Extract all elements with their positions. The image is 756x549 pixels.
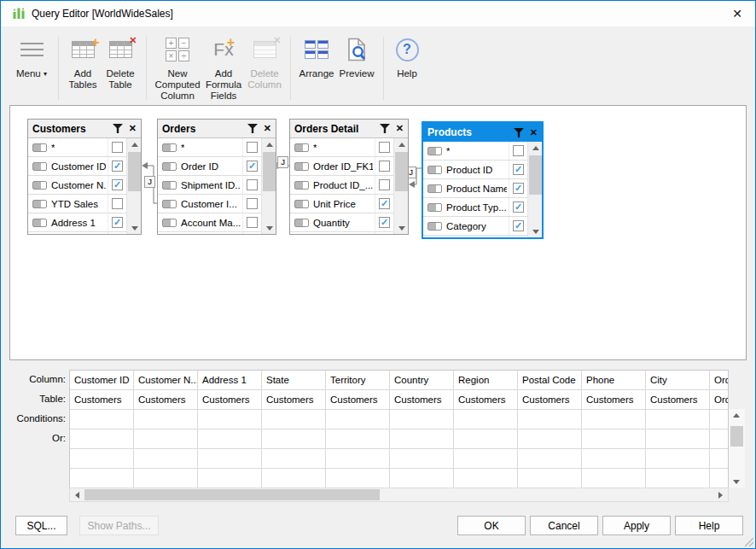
table-panel-orders-detail[interactable]: Orders Detail * Order ID_FK1 xyxy=(289,119,409,235)
field-row[interactable]: Address 1 ✓ xyxy=(28,213,126,232)
grid-column-cell[interactable]: Region xyxy=(454,371,518,389)
window-close-icon[interactable]: ✕ xyxy=(719,1,755,26)
grid-column-cell[interactable]: Territory xyxy=(326,371,390,389)
field-row[interactable]: * xyxy=(290,138,393,157)
query-canvas[interactable]: J J J Customers * Customer ID xyxy=(9,105,747,360)
scroll-up-icon[interactable] xyxy=(528,142,542,154)
field-checkbox[interactable]: ✓ xyxy=(513,164,524,175)
grid-table-cell[interactable]: Customers xyxy=(134,390,198,409)
table-panel-customers[interactable]: Customers * Customer ID ✓ xyxy=(27,119,142,235)
grid-empty-row[interactable] xyxy=(70,449,728,469)
field-row[interactable]: Shipment ID... xyxy=(158,176,261,195)
scroll-up-icon[interactable] xyxy=(262,138,276,150)
sql-button[interactable]: SQL... xyxy=(15,516,67,535)
field-row[interactable]: Category ✓ xyxy=(423,217,527,236)
ok-button[interactable]: OK xyxy=(457,516,526,535)
field-row-partial[interactable] xyxy=(290,232,393,234)
grid-column-cell[interactable]: Phone xyxy=(582,371,646,389)
cancel-button[interactable]: Cancel xyxy=(530,516,598,535)
apply-button[interactable]: Apply xyxy=(602,516,671,535)
grid-horizontal-scrollbar[interactable] xyxy=(69,488,729,502)
scroll-thumb[interactable] xyxy=(395,152,408,191)
grid-column-cell[interactable]: Customer ID xyxy=(70,371,134,389)
panel-header[interactable]: Orders Detail xyxy=(290,120,408,138)
grid-column-cell[interactable]: Order xyxy=(710,371,728,389)
field-row-partial[interactable] xyxy=(28,232,126,234)
grid-column-cell[interactable]: Country xyxy=(390,371,454,389)
field-checkbox[interactable] xyxy=(247,142,258,153)
grid-empty-row[interactable] xyxy=(70,469,728,488)
field-checkbox[interactable] xyxy=(513,145,524,156)
field-row[interactable]: Unit Price ✓ xyxy=(290,195,393,213)
grid-table-cell[interactable]: Customers xyxy=(198,390,262,409)
field-checkbox[interactable]: ✓ xyxy=(379,217,390,228)
field-row-partial[interactable] xyxy=(423,236,527,237)
field-checkbox[interactable]: ✓ xyxy=(112,161,123,172)
filter-icon[interactable] xyxy=(514,128,524,137)
help-button[interactable]: Help xyxy=(390,33,424,79)
scroll-down-icon[interactable] xyxy=(127,222,141,234)
field-checkbox[interactable] xyxy=(247,198,258,209)
grid-table-cell[interactable]: Customers xyxy=(646,390,710,409)
grid-column-cell[interactable]: Customer N... xyxy=(134,371,198,389)
field-row-partial[interactable] xyxy=(158,232,261,234)
panel-scrollbar[interactable] xyxy=(261,138,276,234)
join-label[interactable]: J xyxy=(144,176,155,188)
scroll-thumb[interactable] xyxy=(529,155,542,195)
scroll-right-icon[interactable] xyxy=(713,488,728,501)
add-tables-button[interactable]: + Add Tables xyxy=(65,33,101,91)
grid-or-row[interactable] xyxy=(70,429,728,449)
grid-column-cell[interactable]: Address 1 xyxy=(198,371,262,389)
grid-table-cell[interactable]: Order xyxy=(710,390,728,409)
field-row[interactable]: Product Name ✓ xyxy=(423,179,527,198)
field-checkbox[interactable]: ✓ xyxy=(513,220,524,231)
field-checkbox[interactable]: ✓ xyxy=(513,183,524,194)
grid-column-cell[interactable]: State xyxy=(262,371,326,389)
field-checkbox[interactable] xyxy=(379,161,390,172)
panel-scrollbar[interactable] xyxy=(126,138,141,234)
scroll-thumb[interactable] xyxy=(730,426,743,447)
scroll-down-icon[interactable] xyxy=(262,222,276,234)
filter-icon[interactable] xyxy=(113,124,123,133)
grid-table-cell[interactable]: Customers xyxy=(70,390,134,409)
filter-icon[interactable] xyxy=(380,124,390,133)
field-checkbox[interactable]: ✓ xyxy=(112,217,123,228)
scroll-down-icon[interactable] xyxy=(528,225,542,237)
close-icon[interactable] xyxy=(530,127,538,138)
panel-scrollbar[interactable] xyxy=(393,138,408,234)
close-icon[interactable] xyxy=(264,123,271,134)
field-checkbox[interactable]: ✓ xyxy=(513,201,524,213)
grid-table-cell[interactable]: Customers xyxy=(454,390,518,409)
grid-vertical-scrollbar[interactable] xyxy=(729,409,745,488)
field-row[interactable]: Product Typ... ✓ xyxy=(423,198,527,217)
filter-icon[interactable] xyxy=(247,124,258,133)
field-row[interactable]: Quantity ✓ xyxy=(290,213,393,232)
conditions-grid[interactable]: Customer ID Customer N... Address 1 Stat… xyxy=(69,370,729,489)
add-formula-fields-button[interactable]: + Add Formula Fields xyxy=(202,33,245,102)
scroll-down-icon[interactable] xyxy=(729,476,743,488)
preview-button[interactable]: Preview xyxy=(336,33,377,79)
field-checkbox[interactable]: ✓ xyxy=(247,161,258,172)
field-row[interactable]: * xyxy=(423,142,527,161)
field-row[interactable]: Account Ma... xyxy=(158,213,261,232)
field-checkbox[interactable] xyxy=(247,179,258,190)
delete-table-button[interactable]: ✕ Delete Table xyxy=(101,33,140,91)
field-row[interactable]: Customer ID ✓ xyxy=(28,157,126,176)
grid-table-cell[interactable]: Customers xyxy=(390,390,454,409)
panel-scrollbar[interactable] xyxy=(527,142,542,237)
scroll-thumb[interactable] xyxy=(263,152,276,191)
scroll-up-icon[interactable] xyxy=(127,138,141,150)
menu-button[interactable]: Menu ▾ xyxy=(11,33,52,79)
field-checkbox[interactable]: ✓ xyxy=(112,179,123,190)
scroll-up-icon[interactable] xyxy=(394,138,408,150)
field-row[interactable]: Customer N... ✓ xyxy=(28,176,126,195)
field-row[interactable]: Product ID ✓ xyxy=(423,161,527,179)
close-icon[interactable] xyxy=(129,123,137,134)
scroll-up-icon[interactable] xyxy=(729,409,743,421)
field-checkbox[interactable] xyxy=(379,179,390,190)
grid-table-cell[interactable]: Customers xyxy=(582,390,646,409)
join-label[interactable]: J xyxy=(277,156,288,168)
field-row[interactable]: * xyxy=(158,138,261,157)
grid-conditions-row[interactable] xyxy=(70,410,728,429)
table-panel-orders[interactable]: Orders * Order ID ✓ xyxy=(157,119,276,235)
